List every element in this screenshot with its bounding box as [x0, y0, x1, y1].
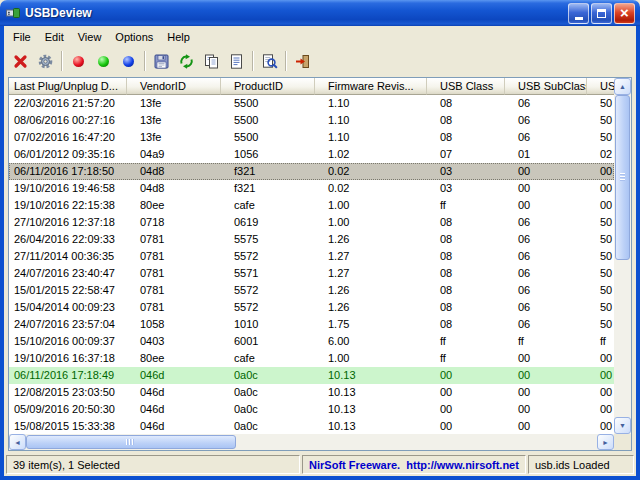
table-row[interactable]: 15/04/2014 00:09:23078155721.26080650 — [9, 299, 614, 316]
column-header-firmware-revision[interactable]: Firmware Revis... — [315, 78, 427, 95]
table-cell: 15/04/2014 00:09:23 — [9, 299, 127, 316]
column-header-usb-subclass[interactable]: USB SubClass — [505, 78, 587, 95]
status-bar: 39 item(s), 1 Selected NirSoft Freeware.… — [4, 453, 636, 476]
minimize-button[interactable] — [568, 3, 589, 24]
table-cell: 19/10/2016 19:46:58 — [9, 180, 127, 197]
column-header-last-plug-unplug[interactable]: Last Plug/Unplug D... — [9, 78, 127, 95]
table-cell: 0781 — [127, 299, 221, 316]
table-cell: 06 — [505, 299, 587, 316]
table-row[interactable]: 06/01/2012 09:35:1604a910561.02070102 — [9, 146, 614, 163]
table-cell: 27/11/2014 00:36:35 — [9, 248, 127, 265]
red-dot-button[interactable] — [66, 49, 91, 73]
table-row[interactable]: 19/10/2016 16:37:1880eecafe1.00ff0000 — [9, 350, 614, 367]
table-cell: 50 — [587, 282, 614, 299]
table-cell: 08 — [427, 214, 505, 231]
column-header-vendorid[interactable]: VendorID — [127, 78, 221, 95]
scroll-up-button[interactable] — [614, 78, 631, 95]
table-cell: 00 — [427, 401, 505, 418]
table-row[interactable]: 19/10/2016 22:15:3880eecafe1.00ff0000 — [9, 197, 614, 214]
table-row[interactable]: 24/07/2016 23:40:47078155711.27080650 — [9, 265, 614, 282]
green-dot-button[interactable] — [91, 49, 116, 73]
table-row[interactable]: 27/11/2014 00:36:35078155721.27080650 — [9, 248, 614, 265]
table-cell: 50 — [587, 214, 614, 231]
table-row[interactable]: 15/08/2015 15:33:38046d0a0c10.13000000 — [9, 418, 614, 434]
table-row[interactable]: 07/02/2016 16:47:2013fe55001.10080650 — [9, 129, 614, 146]
table-cell: 07 — [427, 146, 505, 163]
vertical-scrollbar-thumb[interactable] — [615, 95, 630, 260]
column-header-usb-protocol[interactable]: USB... — [587, 78, 614, 95]
table-row[interactable]: 08/06/2016 00:27:1613fe55001.10080650 — [9, 112, 614, 129]
status-nirsoft-link[interactable]: NirSoft Freeware. http://www.nirsoft.net — [302, 455, 526, 474]
table-cell: 06 — [505, 248, 587, 265]
table-cell: f321 — [221, 180, 315, 197]
table-row[interactable]: 05/09/2016 20:50:30046d0a0c10.13000000 — [9, 401, 614, 418]
horizontal-scrollbar[interactable] — [9, 434, 614, 450]
table-cell: 5571 — [221, 265, 315, 282]
table-row[interactable]: 22/03/2016 21:57:2013fe55001.10080650 — [9, 95, 614, 112]
list-header: Last Plug/Unplug D... VendorID ProductID… — [9, 78, 614, 95]
menu-edit[interactable]: Edit — [38, 28, 71, 46]
table-cell: 0781 — [127, 282, 221, 299]
table-cell: 24/07/2016 23:57:04 — [9, 316, 127, 333]
gear-button[interactable] — [33, 49, 58, 73]
table-cell: ff — [505, 333, 587, 350]
menu-help[interactable]: Help — [160, 28, 197, 46]
table-row[interactable]: 15/01/2015 22:58:47078155721.26080650 — [9, 282, 614, 299]
table-cell: 00 — [587, 163, 614, 180]
table-cell: 27/10/2016 12:37:18 — [9, 214, 127, 231]
uninstall-button[interactable] — [8, 49, 33, 73]
table-row[interactable]: 06/11/2016 17:18:49046d0a0c10.13000000 — [9, 367, 614, 384]
status-usbids: usb.ids Loaded — [528, 455, 634, 474]
copy-button[interactable] — [199, 49, 224, 73]
table-cell: 0.02 — [315, 180, 427, 197]
table-cell: 00 — [427, 418, 505, 434]
maximize-button[interactable] — [591, 3, 612, 24]
menu-options[interactable]: Options — [108, 28, 160, 46]
table-row[interactable]: 24/07/2016 23:57:04105810101.75080650 — [9, 316, 614, 333]
table-cell: 046d — [127, 401, 221, 418]
refresh-button[interactable] — [174, 49, 199, 73]
table-row[interactable]: 27/10/2016 12:37:18071806191.00080650 — [9, 214, 614, 231]
save-button[interactable] — [149, 49, 174, 73]
table-row[interactable]: 19/10/2016 19:46:5804d8f3210.02030000 — [9, 180, 614, 197]
vertical-scrollbar[interactable] — [614, 78, 631, 434]
table-cell: 08 — [427, 316, 505, 333]
scroll-right-button[interactable] — [597, 434, 614, 450]
table-row[interactable]: 12/08/2015 23:03:50046d0a0c10.13000000 — [9, 384, 614, 401]
table-cell: 1.27 — [315, 248, 427, 265]
table-cell: 06/11/2016 17:18:50 — [9, 163, 127, 180]
blue-dot-button[interactable] — [116, 49, 141, 73]
table-cell: 15/01/2015 22:58:47 — [9, 282, 127, 299]
refresh-icon — [178, 53, 195, 70]
title-bar[interactable]: USBDeview — [0, 0, 640, 26]
table-cell: 06/11/2016 17:18:49 — [9, 367, 127, 384]
menu-view[interactable]: View — [71, 28, 109, 46]
exit-button[interactable] — [290, 49, 315, 73]
table-cell: 0.02 — [315, 163, 427, 180]
toolbar-separator — [61, 51, 63, 71]
table-row[interactable]: 26/04/2016 22:09:33078155751.26080650 — [9, 231, 614, 248]
table-row[interactable]: 06/11/2016 17:18:5004d8f3210.02030000 — [9, 163, 614, 180]
properties-button[interactable] — [224, 49, 249, 73]
table-cell: 1.27 — [315, 265, 427, 282]
table-cell: 08 — [427, 282, 505, 299]
horizontal-scrollbar-thumb[interactable] — [26, 435, 236, 449]
menu-file[interactable]: File — [6, 28, 38, 46]
table-cell: 10.13 — [315, 384, 427, 401]
list-body: 22/03/2016 21:57:2013fe55001.1008065008/… — [9, 95, 614, 434]
table-cell: 50 — [587, 112, 614, 129]
table-cell: 50 — [587, 231, 614, 248]
find-button[interactable] — [257, 49, 282, 73]
table-cell: 5572 — [221, 248, 315, 265]
close-button[interactable] — [614, 3, 635, 24]
table-row[interactable]: 15/10/2016 00:09:37040360016.00ffffff — [9, 333, 614, 350]
table-cell: 00 — [587, 197, 614, 214]
scroll-left-button[interactable] — [9, 434, 26, 450]
find-icon — [261, 53, 278, 70]
table-cell: 50 — [587, 265, 614, 282]
scroll-down-button[interactable] — [614, 417, 631, 434]
column-header-productid[interactable]: ProductID — [221, 78, 315, 95]
table-cell: 08 — [427, 129, 505, 146]
table-cell: 0781 — [127, 248, 221, 265]
column-header-usb-class[interactable]: USB Class — [427, 78, 505, 95]
